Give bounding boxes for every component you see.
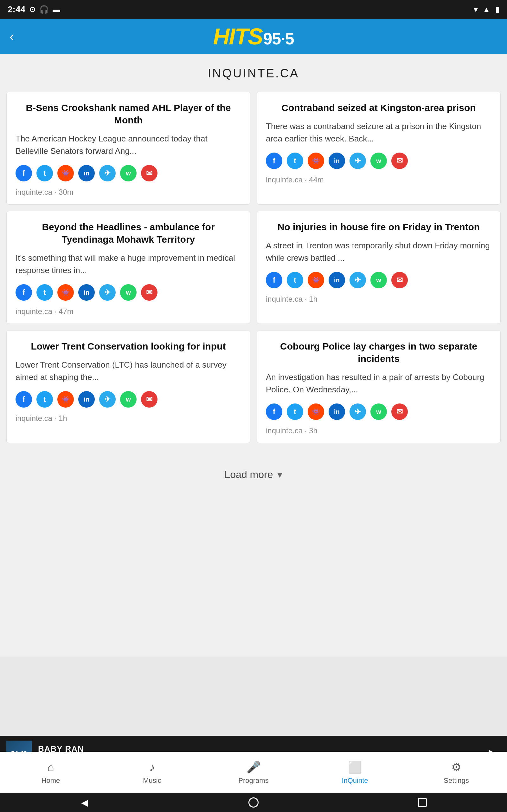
- share-telegram-6[interactable]: ✈: [349, 403, 366, 420]
- article-6-meta: inquinte.ca · 3h: [266, 426, 492, 435]
- recent-square-icon: [418, 798, 427, 807]
- share-email-6[interactable]: ✉: [391, 403, 408, 420]
- nav-inquinte-label: InQuinte: [342, 776, 368, 785]
- article-1-excerpt: The American Hockey League announced tod…: [15, 133, 241, 157]
- android-home-button[interactable]: [245, 795, 262, 810]
- share-twitter-5[interactable]: t: [37, 391, 53, 408]
- back-button[interactable]: ‹: [9, 29, 14, 44]
- nav-inquinte[interactable]: ⬜ InQuinte: [304, 757, 406, 788]
- share-facebook-2[interactable]: f: [266, 153, 282, 169]
- news-card-5[interactable]: Lower Trent Conservation looking for inp…: [6, 330, 250, 443]
- article-6-excerpt: An investigation has resulted in a pair …: [266, 371, 492, 396]
- article-3-title: Beyond the Headlines - ambulance for Tye…: [15, 221, 241, 246]
- news-card-3[interactable]: Beyond the Headlines - ambulance for Tye…: [6, 211, 250, 324]
- news-card-1[interactable]: B-Sens Crookshank named AHL Player of th…: [6, 92, 250, 205]
- nav-settings-label: Settings: [444, 776, 469, 785]
- music-icon: ♪: [149, 761, 155, 774]
- share-linkedin-3[interactable]: in: [78, 284, 95, 301]
- load-more-container: Load more ▾: [6, 456, 501, 500]
- article-4-excerpt: A street in Trenton was temporarily shut…: [266, 240, 492, 264]
- home-icon: ⌂: [47, 761, 54, 774]
- share-linkedin-2[interactable]: in: [329, 153, 345, 169]
- article-5-excerpt: Lower Trent Conservation (LTC) has launc…: [15, 359, 241, 384]
- share-telegram-4[interactable]: ✈: [349, 272, 366, 288]
- nav-programs-label: Programs: [238, 776, 268, 785]
- share-twitter[interactable]: t: [37, 165, 53, 182]
- android-nav-bar: ◀: [0, 793, 507, 812]
- share-email-4[interactable]: ✉: [391, 272, 408, 288]
- share-twitter-4[interactable]: t: [287, 272, 303, 288]
- android-recent-button[interactable]: [414, 795, 430, 810]
- share-email[interactable]: ✉: [141, 165, 158, 182]
- share-twitter-2[interactable]: t: [287, 153, 303, 169]
- article-5-social-icons: f t 👾 in ✈ w ✉: [15, 391, 241, 408]
- back-triangle-icon: ◀: [81, 798, 88, 808]
- nav-music-label: Music: [143, 776, 161, 785]
- share-reddit[interactable]: 👾: [57, 165, 74, 182]
- share-telegram-2[interactable]: ✈: [349, 153, 366, 169]
- android-back-button[interactable]: ◀: [77, 795, 93, 810]
- news-card-6[interactable]: Cobourg Police lay charges in two separa…: [257, 330, 501, 443]
- nav-settings[interactable]: ⚙ Settings: [406, 757, 507, 788]
- nav-programs[interactable]: 🎤 Programs: [203, 757, 304, 788]
- share-reddit-4[interactable]: 👾: [308, 272, 324, 288]
- share-email-3[interactable]: ✉: [141, 284, 158, 301]
- article-4-social-icons: f t 👾 in ✈ w ✉: [266, 272, 492, 288]
- share-whatsapp-6[interactable]: w: [371, 403, 387, 420]
- nav-home[interactable]: ⌂ Home: [0, 757, 101, 788]
- share-linkedin[interactable]: in: [78, 165, 95, 182]
- signal-icon: ▲: [483, 5, 490, 14]
- article-3-excerpt: It's something that will make a huge imp…: [15, 252, 241, 276]
- share-reddit-6[interactable]: 👾: [308, 403, 324, 420]
- article-3-meta: inquinte.ca · 47m: [15, 307, 241, 316]
- share-facebook-3[interactable]: f: [15, 284, 32, 301]
- load-more-label: Load more: [225, 469, 273, 480]
- share-email-5[interactable]: ✉: [141, 391, 158, 408]
- nav-music[interactable]: ♪ Music: [101, 757, 203, 788]
- article-5-title: Lower Trent Conservation looking for inp…: [15, 340, 241, 352]
- share-linkedin-6[interactable]: in: [329, 403, 345, 420]
- share-twitter-3[interactable]: t: [37, 284, 53, 301]
- share-facebook-4[interactable]: f: [266, 272, 282, 288]
- article-1-social-icons: f t 👾 in ✈ w ✉: [15, 165, 241, 182]
- share-facebook-6[interactable]: f: [266, 403, 282, 420]
- news-card-4[interactable]: No injuries in house fire on Friday in T…: [257, 211, 501, 324]
- article-6-social-icons: f t 👾 in ✈ w ✉: [266, 403, 492, 420]
- share-whatsapp-3[interactable]: w: [120, 284, 136, 301]
- station-logo: HITS 95·5: [213, 23, 294, 49]
- status-bar: 2:44 ⊙ 🎧 ▬ ▾ ▲ ▮: [0, 0, 507, 19]
- bottom-nav: ⌂ Home ♪ Music 🎤 Programs ⬜ InQuinte ⚙ S…: [0, 752, 507, 793]
- share-reddit-3[interactable]: 👾: [57, 284, 74, 301]
- share-whatsapp-5[interactable]: w: [120, 391, 136, 408]
- share-reddit-2[interactable]: 👾: [308, 153, 324, 169]
- share-whatsapp[interactable]: w: [120, 165, 136, 182]
- article-1-title: B-Sens Crookshank named AHL Player of th…: [15, 101, 241, 126]
- load-more-button[interactable]: Load more ▾: [225, 468, 283, 480]
- share-telegram[interactable]: ✈: [99, 165, 116, 182]
- article-2-meta: inquinte.ca · 44m: [266, 175, 492, 184]
- article-2-excerpt: There was a contraband seizure at a pris…: [266, 120, 492, 145]
- share-facebook-5[interactable]: f: [15, 391, 32, 408]
- battery-icon: ▬: [53, 5, 60, 14]
- share-whatsapp-4[interactable]: w: [371, 272, 387, 288]
- news-card-2[interactable]: Contraband seized at Kingston-area priso…: [257, 92, 501, 205]
- news-grid: B-Sens Crookshank named AHL Player of th…: [6, 92, 501, 443]
- share-facebook[interactable]: f: [15, 165, 32, 182]
- share-linkedin-5[interactable]: in: [78, 391, 95, 408]
- home-circle-icon: [248, 798, 259, 808]
- share-whatsapp-2[interactable]: w: [371, 153, 387, 169]
- article-6-title: Cobourg Police lay charges in two separa…: [266, 340, 492, 365]
- share-telegram-3[interactable]: ✈: [99, 284, 116, 301]
- share-linkedin-4[interactable]: in: [329, 272, 345, 288]
- share-email-2[interactable]: ✉: [391, 153, 408, 169]
- share-twitter-6[interactable]: t: [287, 403, 303, 420]
- share-telegram-5[interactable]: ✈: [99, 391, 116, 408]
- article-2-title: Contraband seized at Kingston-area priso…: [266, 101, 492, 114]
- article-3-social-icons: f t 👾 in ✈ w ✉: [15, 284, 241, 301]
- data-saver-icon: ⊙: [29, 5, 36, 14]
- status-bar-left: 2:44 ⊙ 🎧 ▬: [8, 4, 60, 14]
- article-5-meta: inquinte.ca · 1h: [15, 414, 241, 423]
- article-4-meta: inquinte.ca · 1h: [266, 295, 492, 304]
- chevron-down-icon: ▾: [277, 468, 282, 480]
- share-reddit-5[interactable]: 👾: [57, 391, 74, 408]
